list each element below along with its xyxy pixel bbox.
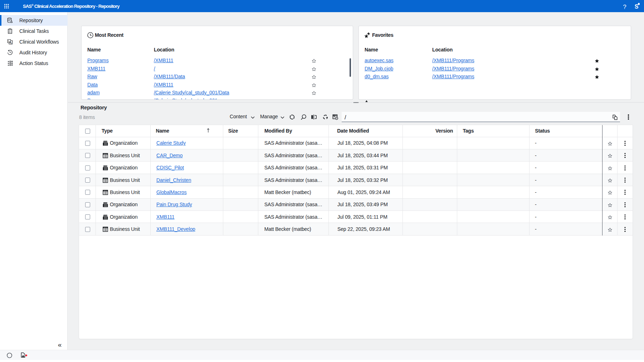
svg-text:3: 3 xyxy=(11,42,12,44)
svg-text:2: 2 xyxy=(9,41,10,43)
